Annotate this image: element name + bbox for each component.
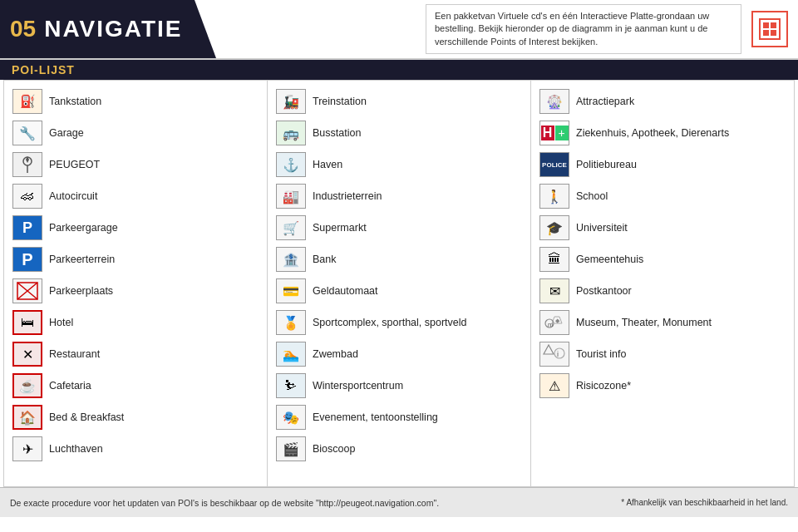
poi-label: Universiteit [576,222,628,234]
poi-column-1: ⛽ Tankstation 🔧 Garage PEUGEOT 🏎 Autocir… [4,81,268,486]
list-item: ✉ Postkantoor [534,275,791,307]
list-item: 🏊 Zwembad [271,338,527,370]
list-item: ✕ Restaurant [7,338,264,370]
svg-rect-3 [763,30,769,36]
poi-label: Busstation [313,127,361,139]
svg-text:i: i [557,350,559,358]
list-item: i Tourist info [534,338,791,370]
fuel-icon: ⛽ [12,89,42,114]
svg-rect-2 [771,22,776,28]
poi-label: Politiebureau [576,159,637,170]
poi-label: Industrieterrein [313,190,382,202]
cinema-icon: 🎬 [276,436,306,461]
poi-label: Treinstation [313,96,367,107]
poi-label: Hotel [49,317,73,328]
list-item: 💳 Geldautomaat [271,275,527,307]
town-icon: 🏛 [539,247,569,272]
poi-label: Haven [313,159,342,170]
list-item: 🎭 Evenement, tentoonstelling [271,401,527,433]
event-icon: 🎭 [276,405,306,430]
circuit-icon: 🏎 [12,184,42,209]
poi-label: Sportcomplex, sporthal, sportveld [313,317,467,328]
poi-label: Restaurant [49,348,100,360]
page-wrapper: 05 NAVIGATIE Een pakketvan Virtuele cd's… [0,0,798,517]
poi-grid: ⛽ Tankstation 🔧 Garage PEUGEOT 🏎 Autocir… [3,80,795,487]
list-item: 🚶 School [534,180,791,212]
poi-label: School [576,190,608,202]
list-item: 🚌 Busstation [271,117,527,149]
hospital-icon: H + [539,121,569,145]
header-notice: Een pakketvan Virtuele cd's en één Inter… [426,4,741,54]
poi-label: Museum, Theater, Monument [576,317,712,328]
svg-point-15 [554,348,564,358]
list-item: H + Ziekenhuis, Apotheek, Dierenarts [534,117,791,149]
poi-label: Supermarkt [313,222,367,234]
poi-label: Bank [313,254,337,265]
airport-icon: ✈ [12,436,42,461]
list-item: m ◆ Museum, Theater, Monument [534,307,791,338]
list-item: 🏠 Bed & Breakfast [7,401,264,433]
list-item: 🛒 Supermarkt [271,212,527,244]
police-icon: POLICE [539,152,569,177]
list-item: PEUGEOT [7,149,264,180]
parkplace-icon [12,278,42,303]
list-item: 🛏 Hotel [7,307,264,338]
list-item: P Parkeergarage [7,212,264,244]
poi-label: PEUGEOT [49,159,100,170]
chapter-number: 05 [10,16,36,42]
peugeot-icon [12,152,42,177]
list-item: 🚂 Treinstation [271,86,527,117]
bank-icon: 🏦 [276,247,306,272]
poi-label: Bed & Breakfast [49,411,124,423]
poi-column-3: 🎡 Attractiepark H + Ziekenhuis, Apotheek… [531,81,794,486]
list-item: ✈ Luchthaven [7,433,264,465]
nav-icon [758,17,781,41]
parking-garage-icon: P [12,215,42,240]
supermarket-icon: 🛒 [276,215,306,240]
list-item: 🔧 Garage [7,117,264,149]
list-item: ⛷ Wintersportcentrum [271,370,527,401]
nav-icon-box[interactable] [751,11,788,47]
list-item: Parkeerplaats [7,275,264,307]
poi-label: Cafetaria [49,380,91,392]
port-icon: ⚓ [276,152,306,177]
bus-icon: 🚌 [276,121,306,145]
footer-right: * Afhankelijk van beschikbaarheid in het… [621,498,788,507]
bnb-icon: 🏠 [12,405,42,430]
list-item: 🏦 Bank [271,244,527,275]
poi-label: Tankstation [49,96,101,107]
train-icon: 🚂 [276,89,306,114]
header: 05 NAVIGATIE Een pakketvan Virtuele cd's… [0,0,798,60]
page-title: NAVIGATIE [44,16,182,42]
poi-label: Autocircuit [49,190,97,202]
svg-text:◆: ◆ [555,318,560,323]
footer: De exacte procedure voor het updaten van… [0,487,798,517]
list-item: POLICE Politiebureau [534,149,791,180]
list-item: 🏛 Gemeentehuis [534,244,791,275]
attract-icon: 🎡 [539,89,569,114]
sport-icon: 🏅 [276,310,306,335]
list-item: 🎡 Attractiepark [534,86,791,117]
list-item: ⚠ Risicozone* [534,370,791,401]
swim-icon: 🏊 [276,342,306,367]
list-item: P Parkeerterrein [7,244,264,275]
poi-label: Wintersportcentrum [313,380,403,392]
industry-icon: 🏭 [276,184,306,209]
poi-label: Bioscoop [313,443,355,455]
restaurant-icon: ✕ [12,342,42,367]
atm-icon: 💳 [276,278,306,303]
list-item: 🏅 Sportcomplex, sporthal, sportveld [271,307,527,338]
poi-column-2: 🚂 Treinstation 🚌 Busstation ⚓ Haven 🏭 In… [268,81,531,486]
winter-icon: ⛷ [276,373,306,398]
list-item: ⚓ Haven [271,149,527,180]
svg-rect-1 [763,22,769,28]
svg-marker-14 [544,345,554,354]
university-icon: 🎓 [539,215,569,240]
poi-label: Parkeerplaats [49,285,113,297]
footer-left: De exacte procedure voor het updaten van… [10,498,439,508]
list-item: 🏭 Industrieterrein [271,180,527,212]
post-icon: ✉ [539,278,569,303]
poi-label: Parkeerterrein [49,254,115,265]
section-title: POI-LIJST [0,60,798,80]
museum-icon: m ◆ [539,310,569,335]
